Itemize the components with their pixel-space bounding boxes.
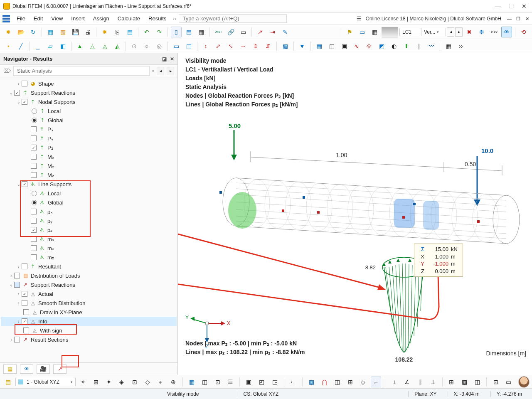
panel-a-button[interactable]: ▯ — [171, 27, 182, 37]
undo-button[interactable]: ↶ — [141, 27, 152, 37]
sb3[interactable]: ✦ — [103, 377, 114, 387]
new-file-button[interactable]: ✸ — [3, 27, 14, 37]
refresh-button[interactable]: ↻ — [28, 27, 39, 37]
sbG[interactable]: ◳ — [270, 377, 280, 387]
filter-next-button[interactable]: ▸ — [167, 67, 174, 75]
block-button[interactable]: ▧ — [57, 27, 68, 37]
wave-button[interactable]: 〰 — [426, 41, 437, 52]
sbA[interactable]: ▦ — [187, 377, 197, 387]
tree-nodal-pz[interactable]: ⇡P₂ — [1, 143, 177, 152]
selection-tool-button[interactable]: ▭ — [171, 41, 182, 52]
snap5[interactable]: ◇ — [358, 377, 368, 387]
hinge2-button[interactable]: ○ — [141, 41, 152, 52]
menu-view[interactable]: View — [47, 14, 67, 23]
filter-clear-icon[interactable]: ⌦ — [3, 68, 11, 74]
view-nav-button[interactable]: ▤ — [3, 377, 13, 387]
sb7[interactable]: ⟐ — [155, 377, 166, 387]
tree-line-local[interactable]: ⩚Local — [1, 189, 177, 198]
tree-nodal-mz[interactable]: ⇡M₂ — [1, 170, 177, 180]
tree-nodal-my[interactable]: ⇡Mᵧ — [1, 161, 177, 170]
new-item-button[interactable]: ✸ — [99, 27, 110, 37]
menu-assign[interactable]: Assign — [89, 14, 113, 23]
panel-c-button[interactable]: ▦ — [196, 27, 207, 37]
navigator-undock-button[interactable]: ◪ — [162, 56, 167, 62]
view-mode-button[interactable]: ▭ — [357, 27, 367, 37]
next-lc-button[interactable]: ▸ — [455, 27, 463, 37]
extra3[interactable]: ◫ — [472, 377, 483, 387]
doc-button[interactable]: ▭ — [238, 27, 249, 37]
panel-b-button[interactable]: ▤ — [183, 27, 194, 37]
snap4[interactable]: ⊞ — [345, 377, 355, 387]
extra5[interactable]: ▭ — [503, 377, 514, 387]
snap6[interactable]: ⌐ — [371, 377, 381, 387]
sbH[interactable]: ⌙ — [288, 377, 298, 387]
mdi-minimize-button[interactable]: — — [507, 16, 512, 21]
sb2[interactable]: ⊞ — [91, 377, 101, 387]
snap-magnet[interactable]: ⋂ — [319, 377, 330, 387]
overflow2-button[interactable]: ›› — [456, 41, 466, 52]
ortho1[interactable]: ⟂ — [389, 377, 399, 387]
navtab-view[interactable]: 👁 — [20, 365, 33, 374]
load-case-name-combo[interactable]: Ver...▾ — [421, 28, 446, 36]
save-button[interactable]: 💾 — [70, 27, 81, 37]
ortho4[interactable]: ⊥ — [428, 377, 438, 387]
cs5-button[interactable]: ⇕ — [250, 41, 261, 52]
menu-edit[interactable]: Edit — [30, 14, 47, 23]
result1-button[interactable]: ▦ — [314, 41, 325, 52]
tree-dist-loads[interactable]: ›▥Distribution of Loads — [1, 271, 177, 280]
sbC[interactable]: ⊡ — [212, 377, 223, 387]
visibility-button[interactable]: 👁 — [501, 27, 512, 37]
tree-line-pz[interactable]: ⩚p₂ — [1, 225, 177, 234]
result2-button[interactable]: ◫ — [326, 41, 337, 52]
tree-nodal-local[interactable]: ⇡Local — [1, 106, 177, 116]
tree-nodal-px[interactable]: ⇡Pₓ — [1, 125, 177, 134]
result5-button[interactable]: 🞜 — [364, 41, 374, 52]
sb5[interactable]: ⊡ — [129, 377, 140, 387]
menu-results[interactable]: Results — [144, 14, 170, 23]
model-button[interactable]: ▦ — [45, 27, 56, 37]
tree-smooth[interactable]: ›◬Smooth Distribution — [1, 298, 177, 308]
table-button[interactable]: ▤ — [124, 27, 135, 37]
snap3[interactable]: ◫ — [332, 377, 342, 387]
sb6[interactable]: ◇ — [143, 377, 153, 387]
sbF[interactable]: ◰ — [256, 377, 267, 387]
lc-options-button[interactable]: ❉ — [476, 27, 487, 37]
tree-line-py[interactable]: ⩚pᵧ — [1, 216, 177, 225]
script-button[interactable]: >sc — [213, 27, 224, 37]
user-avatar[interactable] — [518, 376, 530, 388]
menu-file[interactable]: File — [12, 14, 30, 23]
tree-line-global[interactable]: ⩚Global — [1, 198, 177, 207]
cs1-button[interactable]: ↕ — [200, 41, 211, 52]
mesh-button[interactable]: ▩ — [280, 41, 291, 52]
analysis-type-combo[interactable]: Static Analysis — [13, 66, 150, 76]
tree-withsign[interactable]: ◬With sign — [1, 326, 177, 335]
snap1[interactable]: ▩ — [306, 377, 317, 387]
tree-nodal-mx[interactable]: ⇡Mₓ — [1, 152, 177, 161]
result4-button[interactable]: ∿ — [351, 41, 362, 52]
tree-line-mz[interactable]: ⩚m₂ — [1, 253, 177, 262]
tree-drawxy[interactable]: ◬Draw in XY-Plane — [1, 308, 177, 317]
prev-lc-button[interactable]: ◂ — [447, 27, 454, 37]
measure-button[interactable]: ↗ — [255, 27, 266, 37]
window-maximize-button[interactable]: ☐ — [508, 3, 514, 9]
window-minimize-button[interactable]: — — [495, 3, 500, 9]
print-button[interactable]: 🖨 — [82, 27, 93, 37]
surface-tool-button[interactable]: ▱ — [45, 41, 56, 52]
navtab-data[interactable]: ▤ — [3, 365, 17, 374]
ortho2[interactable]: ∠ — [402, 377, 412, 387]
sbB[interactable]: ◫ — [200, 377, 210, 387]
app-menu-icon[interactable] — [2, 15, 10, 22]
tree-actual[interactable]: ›◬Actual — [1, 289, 177, 298]
tree-line-my[interactable]: ⩚mᵧ — [1, 244, 177, 253]
menu-overflow-icon[interactable]: ›› — [170, 15, 179, 22]
tree-support-reactions[interactable]: ⌄⇡Support Reactions — [1, 88, 177, 97]
node-tool-button[interactable]: ⋆ — [3, 41, 14, 52]
hinge1-button[interactable]: ⊙ — [129, 41, 140, 52]
support-green1-button[interactable]: ▲ — [74, 41, 85, 52]
tree-nodal-global[interactable]: ⇡Global — [1, 116, 177, 125]
menu-insert[interactable]: Insert — [67, 14, 89, 23]
menu-calculate[interactable]: Calculate — [113, 14, 144, 23]
search-input[interactable] — [179, 14, 287, 23]
member-tool-button[interactable]: ⎯ — [32, 41, 43, 52]
support-green4-button[interactable]: ◭ — [112, 41, 123, 52]
